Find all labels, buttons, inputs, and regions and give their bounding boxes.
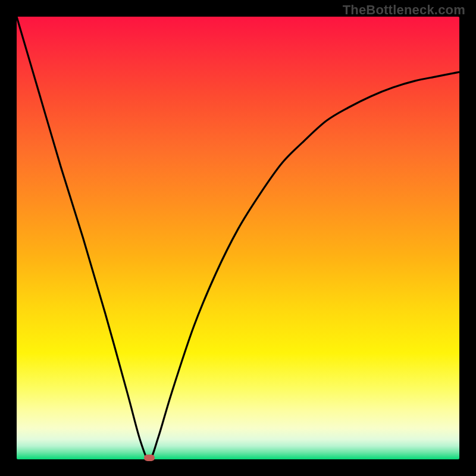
- optimum-marker: [144, 455, 155, 461]
- chart-frame: TheBottleneck.com: [0, 0, 476, 476]
- plot-gradient-background: [17, 17, 459, 459]
- watermark-label: TheBottleneck.com: [343, 2, 465, 18]
